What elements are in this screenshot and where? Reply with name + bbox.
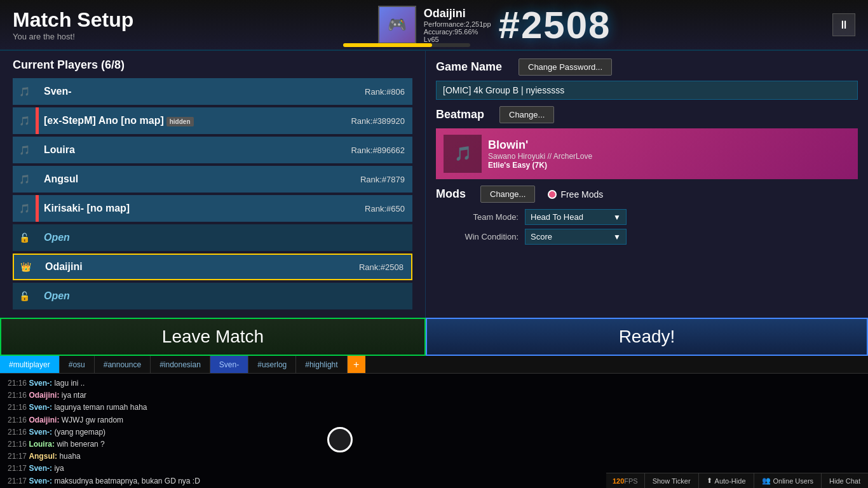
host-subtitle: You are the host! <box>13 32 133 41</box>
player-icon: 🎵 <box>13 116 36 126</box>
header-right-controls: ⏸ <box>832 13 855 36</box>
tab-indonesian[interactable]: #indonesian <box>151 356 210 373</box>
auto-hide-button[interactable]: ⬆ Auto-Hide <box>698 473 754 488</box>
player-rank: Rank:#650 <box>365 204 412 214</box>
user-accuracy: Accuracy:95.66% <box>424 28 491 36</box>
online-users-button[interactable]: 👥 Online Users <box>754 473 822 488</box>
player-rank: Rank:#2508 <box>359 262 411 272</box>
table-row[interactable]: 🎵 Kirisaki- [no map] Rank:#650 <box>13 195 412 222</box>
online-users-label: Online Users <box>773 477 814 485</box>
auto-hide-icon: ⬆ <box>707 477 712 485</box>
player-icon: 🎵 <box>13 145 36 155</box>
player-icon: 🎵 <box>13 86 36 97</box>
user-info: Odaijini Performance:2,251pp Accuracy:95… <box>424 7 491 43</box>
table-row[interactable]: 🎵 Sven- Rank:#806 <box>13 78 412 105</box>
change-password-button[interactable]: Change Password... <box>519 58 612 76</box>
list-item: 21:16 Sven-: lagunya teman rumah haha <box>8 402 860 414</box>
beatmap-thumbnail: 🎵 <box>444 135 482 173</box>
pause-button[interactable]: ⏸ <box>832 13 855 36</box>
list-item: 21:16 Sven-: (yang ngemap) <box>8 426 860 438</box>
online-users-icon: 👥 <box>762 477 771 485</box>
win-condition-value: Score <box>531 232 552 241</box>
auto-hide-label: Auto-Hide <box>715 477 746 485</box>
bottom-buttons: Leave Match Ready! <box>0 318 868 356</box>
user-name: Odaijini <box>424 7 491 20</box>
hide-chat-label: Hide Chat <box>829 477 860 485</box>
list-item: 21:17 Angsul: huaha <box>8 451 860 463</box>
open-slot-label: Open <box>39 290 412 302</box>
beatmap-title: Blowin' <box>488 139 592 152</box>
header-user-info: 🎮 Odaijini Performance:2,251pp Accuracy:… <box>133 3 855 47</box>
win-condition-row: Win Condition: Score ▼ <box>436 229 858 245</box>
user-indicator-circle <box>327 427 353 452</box>
team-mode-value: Head To Head <box>531 212 583 222</box>
table-row[interactable]: 🎵 Angsul Rank:#7879 <box>13 166 412 193</box>
lock-icon: 🔓 <box>13 291 36 301</box>
player-name: Kirisaki- [no map] <box>39 203 365 214</box>
game-name-label: Game Name <box>436 60 512 74</box>
player-name: [ex-StepM] Ano [no map]hidden <box>39 115 351 126</box>
table-row[interactable]: 👑 Odaijini Rank:#2508 <box>13 254 412 280</box>
player-rank: Rank:#806 <box>365 87 412 97</box>
win-condition-dropdown[interactable]: Score ▼ <box>525 229 627 245</box>
ready-button[interactable]: Ready! <box>426 318 868 356</box>
list-item: 21:16 Louira: wih beneran ? <box>8 438 860 451</box>
main-content: Current Players (6/8) 🎵 Sven- Rank:#806 … <box>0 51 868 318</box>
fps-number: 120 <box>613 477 624 485</box>
tab-sven[interactable]: Sven- <box>210 356 248 373</box>
open-slot[interactable]: 🔓 Open <box>13 283 412 309</box>
free-mods-toggle[interactable]: Free Mods <box>548 189 603 200</box>
table-row[interactable]: 🎵 Louira Rank:#896662 <box>13 137 412 163</box>
mods-label: Mods <box>436 187 474 201</box>
open-slot[interactable]: 🔓 Open <box>13 224 412 251</box>
current-players-title: Current Players (6/8) <box>13 58 412 72</box>
match-setup-title: Match Setup <box>13 8 133 32</box>
right-panel: Game Name Change Password... [OMIC] 4k G… <box>426 51 868 318</box>
fps-label: FPS <box>624 477 637 485</box>
tab-osu[interactable]: #osu <box>60 356 95 373</box>
leave-match-button[interactable]: Leave Match <box>0 318 426 356</box>
beatmap-artist: Sawano Hiroyuki // ArcherLove <box>488 152 592 161</box>
beatmap-info: Blowin' Sawano Hiroyuki // ArcherLove Et… <box>488 139 592 170</box>
hide-chat-button[interactable]: Hide Chat <box>821 473 868 488</box>
show-ticker-label: Show Ticker <box>653 477 691 485</box>
beatmap-preview: 🎵 Blowin' Sawano Hiroyuki // ArcherLove … <box>436 128 858 179</box>
show-ticker-button[interactable]: Show Ticker <box>644 473 698 488</box>
chevron-down-icon: ▼ <box>613 233 621 241</box>
mods-row: Mods Change... Free Mods <box>436 186 858 203</box>
player-name: Odaijini <box>40 261 359 273</box>
add-tab-button[interactable]: + <box>348 356 365 373</box>
chat-area: 21:16 Sven-: lagu ini .. 21:16 Odaijini:… <box>0 374 868 488</box>
player-icon: 🎵 <box>13 203 36 214</box>
player-rank: Rank:#7879 <box>360 175 412 184</box>
user-level: Lv65 <box>424 36 491 43</box>
team-mode-dropdown[interactable]: Head To Head ▼ <box>525 209 627 225</box>
user-rank: #2508 <box>499 3 611 47</box>
avatar-placeholder: 🎮 <box>379 7 415 43</box>
game-name-input[interactable]: [OMIC] 4k Group B | nyiesssss <box>436 81 858 100</box>
chat-tabs: #multiplayer #osu #announce #indonesian … <box>0 356 868 374</box>
tab-highlight[interactable]: #highlight <box>296 356 347 373</box>
player-name: Angsul <box>39 173 360 185</box>
table-row[interactable]: 🎵 [ex-StepM] Ano [no map]hidden Rank:#38… <box>13 107 412 134</box>
game-name-row: Game Name Change Password... <box>436 58 858 76</box>
tab-announce[interactable]: #announce <box>95 356 151 373</box>
tab-multiplayer[interactable]: #multiplayer <box>0 356 60 373</box>
beatmap-change-button[interactable]: Change... <box>499 106 554 123</box>
left-panel: Current Players (6/8) 🎵 Sven- Rank:#806 … <box>0 51 426 318</box>
bottom-bar: 120 FPS Show Ticker ⬆ Auto-Hide 👥 Online… <box>606 473 868 488</box>
tab-userlog[interactable]: #userlog <box>248 356 296 373</box>
player-name: Louira <box>39 144 351 156</box>
title-block: Match Setup You are the host! <box>13 8 133 41</box>
team-mode-row: Team Mode: Head To Head ▼ <box>436 209 858 225</box>
level-progress-bar <box>343 43 432 47</box>
list-item: 21:16 Odaijini: WJWJ gw random <box>8 414 860 426</box>
mods-change-button[interactable]: Change... <box>480 186 535 203</box>
user-performance: Performance:2,251pp <box>424 20 491 28</box>
open-slot-label: Open <box>39 232 412 243</box>
player-rank: Rank:#896662 <box>351 146 412 155</box>
player-rank: Rank:#389920 <box>351 116 412 126</box>
free-mods-radio <box>548 190 557 199</box>
beatmap-row: Beatmap Change... <box>436 106 858 123</box>
hidden-badge: hidden <box>166 117 194 126</box>
